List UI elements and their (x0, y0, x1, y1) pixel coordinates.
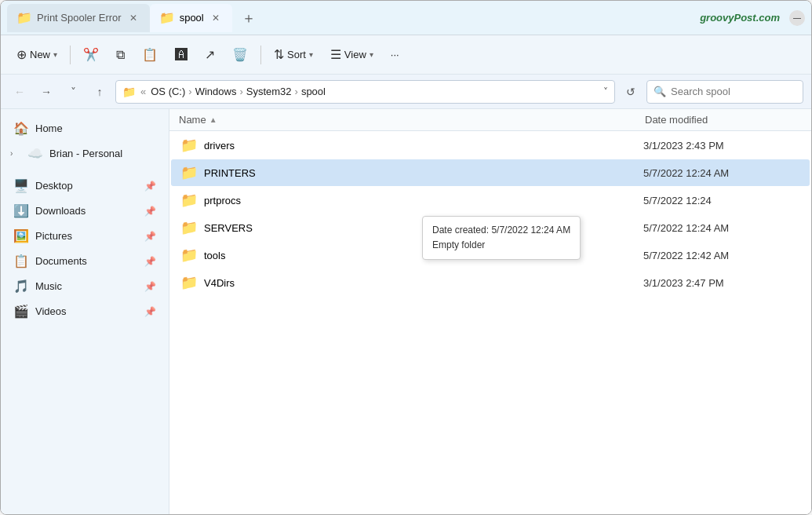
cloud-icon: ☁️ (27, 146, 43, 161)
col-date-label: Date modified (645, 114, 708, 126)
window-controls: — (789, 10, 805, 26)
view-label: View (344, 49, 366, 60)
pictures-icon: 🖼️ (13, 228, 29, 243)
folder-icon-printers: 📁 (180, 164, 198, 181)
search-box[interactable]: 🔍 (646, 80, 803, 104)
file-name-drivers: 📁 drivers (180, 137, 643, 154)
refresh-button[interactable]: ↺ (620, 81, 642, 103)
more-button[interactable]: ··· (383, 45, 407, 64)
desktop-icon: 🖥️ (13, 178, 29, 193)
brand-suffix: Post.com (734, 12, 780, 24)
copy-icon: ⧉ (116, 48, 125, 62)
folder-icon-tab2: 📁 (159, 10, 175, 25)
toolbar-sep2 (260, 46, 261, 64)
music-icon: 🎵 (13, 279, 29, 294)
address-row: ← → ˅ ↑ 📁 « OS (C:) › Windows › System32… (1, 75, 811, 109)
new-tab-button[interactable]: ＋ (235, 5, 262, 31)
share-button[interactable]: ↗ (197, 43, 223, 66)
sidebar-item-brian[interactable]: › ☁️ Brian - Personal (4, 141, 166, 166)
file-row-prtprocs[interactable]: 📁 prtprocs 5/7/2022 12:24 (171, 187, 810, 214)
sort-button[interactable]: ⇅ Sort ▾ (266, 43, 321, 66)
tab2-close-button[interactable]: ✕ (209, 11, 223, 25)
path-system32: System32 (246, 86, 292, 97)
sort-dropdown-icon: ▾ (309, 50, 313, 59)
address-bar[interactable]: 📁 « OS (C:) › Windows › System32 › spool… (115, 80, 615, 104)
file-row-printers[interactable]: 📁 PRINTERS 5/7/2022 12:24 AM Date create… (171, 159, 810, 186)
pin-icon-documents: 📌 (144, 256, 156, 267)
sidebar-label-videos: Videos (35, 305, 67, 317)
file-date-servers: 5/7/2022 12:24 AM (643, 222, 800, 234)
minimize-button[interactable]: — (789, 10, 805, 26)
tab1-close-button[interactable]: ✕ (126, 11, 140, 25)
up-button[interactable]: ↑ (89, 81, 111, 103)
sidebar-label-documents: Documents (35, 255, 87, 267)
sidebar-label-downloads: Downloads (35, 205, 86, 217)
sidebar: 🏠 Home › ☁️ Brian - Personal 🖥️ Desktop … (1, 109, 169, 514)
brand-prefix: groovy (700, 12, 734, 24)
file-header: Name ▲ Date modified (169, 109, 811, 131)
search-icon: 🔍 (654, 86, 666, 97)
cut-icon: ✂️ (83, 47, 99, 62)
file-row-v4dirs[interactable]: 📁 V4Dirs 3/1/2023 2:47 PM (171, 269, 810, 296)
recent-button[interactable]: ˅ (62, 81, 84, 103)
file-name-printers: 📁 PRINTERS (180, 164, 643, 181)
file-date-drivers: 3/1/2023 2:43 PM (643, 140, 800, 152)
file-area: Name ▲ Date modified 📁 drivers 3/1/2023 … (169, 109, 811, 514)
sidebar-item-documents[interactable]: 📋 Documents 📌 (4, 249, 166, 273)
delete-icon: 🗑️ (232, 47, 248, 62)
videos-icon: 🎬 (13, 304, 29, 319)
tooltip-line1: Date created: 5/7/2022 12:24 AM (432, 223, 570, 238)
paste-button[interactable]: 📋 (134, 43, 166, 66)
tooltip-printers: Date created: 5/7/2022 12:24 AM Empty fo… (422, 216, 581, 260)
tab-print-spooler-error[interactable]: 📁 Print Spooler Error ✕ (7, 4, 150, 32)
tab-spool[interactable]: 📁 spool ✕ (150, 4, 232, 32)
new-label: New (30, 49, 50, 60)
sidebar-item-home[interactable]: 🏠 Home (4, 116, 166, 141)
expand-icon-brian: › (10, 149, 21, 158)
toolbar: ⊕ New ▾ ✂️ ⧉ 📋 🅰 ↗ 🗑️ ⇅ Sort ▾ ☰ (1, 35, 811, 75)
search-input[interactable] (671, 86, 781, 97)
col-date-header[interactable]: Date modified (645, 114, 802, 126)
address-dropdown-icon[interactable]: ˅ (603, 86, 608, 97)
cut-button[interactable]: ✂️ (75, 43, 107, 66)
back-button[interactable]: ← (9, 81, 31, 103)
pin-icon-music: 📌 (144, 281, 156, 292)
delete-button[interactable]: 🗑️ (224, 43, 256, 66)
sidebar-item-desktop[interactable]: 🖥️ Desktop 📌 (4, 173, 166, 198)
col-name-label: Name (179, 114, 206, 126)
view-dropdown-icon: ▾ (370, 50, 373, 59)
sort-label: Sort (287, 49, 306, 60)
file-row-drivers[interactable]: 📁 drivers 3/1/2023 2:43 PM (171, 132, 810, 159)
folder-icon-tab1: 📁 (16, 10, 32, 25)
rename-button[interactable]: 🅰 (167, 44, 195, 66)
copy-button[interactable]: ⧉ (108, 44, 133, 66)
view-icon: ☰ (330, 47, 341, 62)
file-date-printers: 5/7/2022 12:24 AM (643, 167, 800, 179)
sidebar-item-downloads[interactable]: ⬇️ Downloads 📌 (4, 199, 166, 223)
file-label-v4dirs: V4Dirs (204, 277, 235, 289)
tab2-label: spool (180, 12, 204, 24)
sidebar-item-pictures[interactable]: 🖼️ Pictures 📌 (4, 224, 166, 248)
plus-icon: ⊕ (16, 47, 27, 62)
sidebar-label-music: Music (35, 280, 62, 292)
new-button[interactable]: ⊕ New ▾ (9, 43, 65, 66)
file-date-prtprocs: 5/7/2022 12:24 (643, 195, 800, 206)
file-list: 📁 drivers 3/1/2023 2:43 PM 📁 PRINTERS 5/… (169, 131, 811, 514)
documents-icon: 📋 (13, 254, 29, 268)
file-date-v4dirs: 3/1/2023 2:47 PM (643, 277, 800, 289)
file-label-drivers: drivers (204, 140, 235, 152)
pin-icon-desktop: 📌 (144, 181, 156, 192)
sidebar-item-videos[interactable]: 🎬 Videos 📌 (4, 299, 166, 323)
path-spool: spool (301, 86, 326, 97)
new-dropdown-icon: ▾ (53, 50, 57, 59)
forward-button[interactable]: → (35, 81, 57, 103)
more-label: ··· (391, 49, 399, 60)
col-name-header[interactable]: Name ▲ (179, 114, 645, 126)
share-icon: ↗ (205, 47, 215, 62)
folder-icon-v4dirs: 📁 (180, 274, 198, 291)
pin-icon-downloads: 📌 (144, 206, 156, 217)
file-label-printers: PRINTERS (204, 167, 256, 179)
sidebar-label-brian: Brian - Personal (49, 148, 122, 159)
sidebar-item-music[interactable]: 🎵 Music 📌 (4, 274, 166, 298)
view-button[interactable]: ☰ View ▾ (322, 43, 381, 66)
